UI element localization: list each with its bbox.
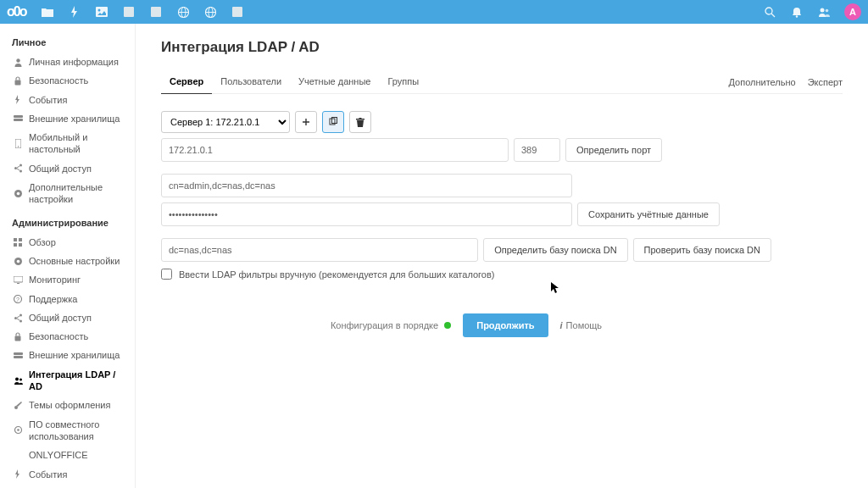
overview-icon (12, 236, 24, 248)
sidebar-item-external-storage-personal[interactable]: Внешние хранилища (0, 109, 135, 128)
gallery-icon[interactable] (92, 2, 112, 22)
search-icon[interactable] (760, 2, 780, 22)
password-input[interactable] (161, 202, 572, 226)
sidebar-item-mobile[interactable]: Мобильный и настольный (0, 128, 135, 159)
sidebar-item-external-storage-admin[interactable]: Внешние хранилища (0, 346, 135, 364)
page-title: Интеграция LDAP / AD (161, 39, 843, 56)
base-dn-input[interactable] (161, 238, 478, 262)
svg-rect-3 (151, 7, 161, 17)
svg-point-32 (16, 259, 19, 263)
sidebar-item-groupware[interactable]: ПО совместного использования (0, 415, 135, 446)
notifications-icon[interactable] (787, 2, 807, 22)
monitor-icon (12, 274, 24, 286)
lock-icon (12, 75, 24, 86)
svg-rect-33 (14, 276, 23, 282)
sidebar-item-activity-admin[interactable]: События (0, 465, 135, 484)
svg-rect-10 (232, 7, 242, 17)
gear-icon (12, 187, 24, 199)
detect-base-dn-button[interactable]: Определить базу поиска DN (483, 238, 627, 262)
sidebar-item-additional-personal[interactable]: Дополнительные настройки (0, 178, 135, 209)
globe-icon-1[interactable] (173, 2, 193, 22)
svg-rect-28 (19, 238, 22, 241)
tab-expert[interactable]: Эксперт (808, 77, 843, 87)
sidebar-item-sharing-personal[interactable]: Общий доступ (0, 159, 135, 178)
lock-icon (12, 330, 24, 342)
info-icon: i (560, 320, 563, 330)
svg-line-12 (771, 14, 775, 17)
sidebar-item-ldap[interactable]: Интеграция LDAP / AD (0, 365, 135, 396)
sidebar-item-theming[interactable]: Темы оформления (0, 396, 135, 414)
detect-port-button[interactable]: Определить порт (565, 138, 662, 162)
sidebar-item-workflow[interactable]: Обработка файлов (0, 484, 135, 488)
sidebar-item-support[interactable]: ?Поддержка (0, 290, 135, 308)
config-status-label: Конфигурация в порядке (331, 320, 451, 330)
test-base-dn-button[interactable]: Проверить базу поиска DN (633, 238, 771, 262)
svg-point-45 (14, 406, 18, 409)
status-indicator-icon (444, 322, 451, 329)
add-server-button[interactable] (295, 111, 317, 133)
sidebar-item-overview[interactable]: Обзор (0, 233, 135, 252)
svg-point-13 (796, 15, 798, 17)
bind-dn-input[interactable] (161, 174, 572, 197)
app-icon-3[interactable] (227, 2, 248, 22)
topbar: o0o A (0, 0, 868, 24)
svg-rect-29 (14, 243, 17, 247)
manual-filters-checkbox[interactable] (161, 269, 172, 280)
sidebar-section-admin: Администрирование (0, 209, 135, 233)
svg-rect-40 (15, 336, 21, 341)
contacts-icon[interactable] (814, 2, 834, 22)
sidebar-item-security-admin[interactable]: Безопасность (0, 327, 135, 346)
ldap-form: Сервер 1: 172.21.0.1 Определить порт Сох… (161, 111, 771, 337)
copy-server-button[interactable] (322, 111, 344, 133)
tab-credentials[interactable]: Учетные данные (290, 71, 379, 93)
svg-rect-2 (124, 7, 134, 17)
svg-point-15 (826, 9, 829, 13)
svg-rect-42 (14, 356, 23, 358)
groupware-icon (12, 424, 24, 436)
sidebar-item-sharing-admin[interactable]: Общий доступ (0, 308, 135, 327)
svg-rect-27 (14, 238, 17, 241)
svg-text:?: ? (16, 296, 19, 302)
help-link[interactable]: i Помощь (560, 320, 603, 330)
svg-rect-30 (19, 243, 22, 247)
tab-additional[interactable]: Дополнительно (728, 77, 795, 87)
settings-sidebar: Личное Личная информация Безопасность Со… (0, 24, 136, 488)
globe-icon-2[interactable] (200, 2, 220, 22)
gear-icon (12, 255, 24, 267)
save-credentials-button[interactable]: Сохранить учётные данные (577, 202, 720, 226)
host-input[interactable] (161, 138, 509, 162)
manual-filters-label: Ввести LDAP фильтры вручную (рекомендует… (179, 269, 494, 280)
tab-groups[interactable]: Группы (379, 71, 427, 93)
svg-point-43 (15, 377, 19, 380)
continue-button[interactable]: Продолжить (463, 313, 548, 337)
server-select[interactable]: Сервер 1: 172.21.0.1 (161, 111, 290, 133)
tab-server[interactable]: Сервер (161, 71, 212, 94)
svg-point-14 (821, 8, 825, 13)
ldap-icon (12, 374, 24, 386)
storage-icon (12, 113, 24, 125)
user-avatar[interactable]: A (844, 3, 861, 20)
sidebar-item-security-personal[interactable]: Безопасность (0, 71, 135, 90)
files-icon[interactable] (37, 2, 58, 22)
tab-users[interactable]: Пользователи (212, 71, 290, 93)
sidebar-item-monitoring[interactable]: Мониторинг (0, 270, 135, 289)
share-icon (12, 312, 24, 324)
port-input[interactable] (514, 138, 560, 162)
svg-point-37 (19, 313, 22, 316)
nextcloud-logo[interactable]: o0o (7, 4, 25, 19)
svg-point-26 (16, 192, 19, 196)
bolt-icon (12, 469, 24, 480)
sidebar-item-activity-personal[interactable]: События (0, 91, 135, 109)
brush-icon (12, 399, 24, 411)
support-icon: ? (12, 293, 24, 305)
svg-rect-17 (15, 80, 21, 85)
sidebar-item-basic-settings[interactable]: Основные настройки (0, 252, 135, 270)
share-icon (12, 163, 24, 175)
sidebar-item-onlyoffice[interactable]: ONLYOFFICE (0, 446, 135, 464)
app-icon-2[interactable] (146, 2, 166, 22)
sidebar-item-personal-info[interactable]: Личная информация (0, 53, 135, 71)
svg-rect-41 (14, 352, 23, 355)
delete-server-button[interactable] (349, 111, 371, 133)
activity-icon[interactable] (64, 2, 85, 22)
app-icon-1[interactable] (119, 2, 139, 22)
